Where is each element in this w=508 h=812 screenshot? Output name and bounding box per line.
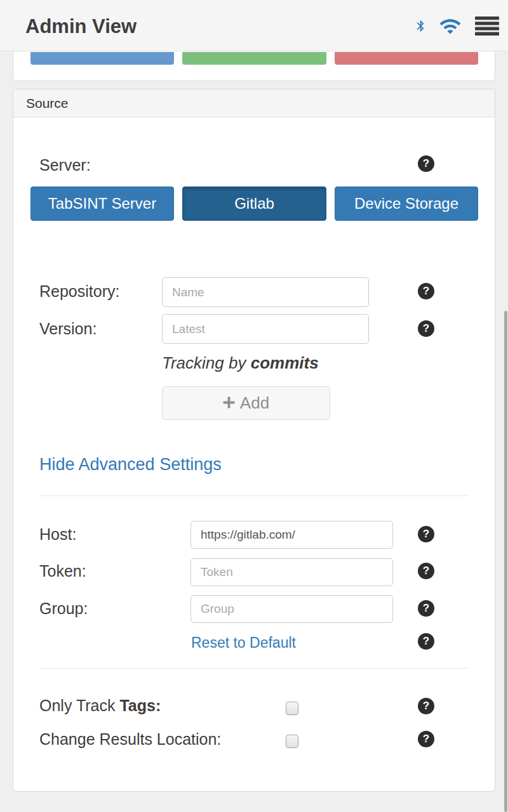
server-option-device-storage[interactable]: Device Storage — [335, 187, 478, 221]
server-label: Server: — [39, 156, 91, 174]
cutoff-button-green[interactable] — [182, 52, 326, 65]
change-results-location-help-icon[interactable]: ? — [418, 731, 434, 747]
group-help-icon[interactable]: ? — [418, 600, 434, 617]
server-help-icon[interactable]: ? — [418, 155, 434, 172]
token-label: Token: — [39, 562, 86, 580]
version-input[interactable] — [162, 314, 369, 344]
tracking-note-prefix: Tracking by — [162, 353, 251, 372]
only-track-tags-checkbox[interactable] — [286, 702, 298, 715]
divider — [39, 668, 469, 669]
token-input[interactable] — [190, 558, 393, 586]
source-panel: Source Server: ? TabSINT Server Gitlab D… — [13, 89, 495, 792]
divider — [39, 495, 469, 496]
only-track-tags-help-icon[interactable]: ? — [418, 698, 434, 714]
token-help-icon[interactable]: ? — [418, 563, 434, 579]
server-option-tabsint-server[interactable]: TabSINT Server — [30, 187, 174, 221]
bluetooth-icon[interactable] — [414, 16, 427, 38]
add-button-label: Add — [240, 393, 269, 413]
version-label: Version: — [39, 320, 97, 338]
host-input[interactable] — [190, 521, 393, 549]
change-results-location-label: Change Results Location: — [39, 730, 221, 749]
repository-help-icon[interactable]: ? — [418, 283, 434, 299]
only-track-tags-emphasis: Tags: — [119, 697, 161, 714]
group-input[interactable] — [190, 595, 393, 623]
tracking-note-mode: commits — [251, 353, 319, 372]
server-option-gitlab[interactable]: Gitlab — [182, 187, 326, 221]
reset-help-icon[interactable]: ? — [418, 633, 434, 650]
only-track-tags-prefix: Only Track — [39, 697, 119, 714]
only-track-tags-label: Only Track Tags: — [39, 697, 161, 715]
menu-icon[interactable] — [475, 16, 499, 38]
host-label: Host: — [39, 525, 76, 544]
page-title: Admin View — [25, 15, 137, 38]
hide-advanced-settings-link[interactable]: Hide Advanced Settings — [39, 455, 222, 475]
repository-label: Repository: — [39, 282, 119, 301]
cutoff-button-red[interactable] — [335, 52, 478, 65]
plus-icon — [223, 393, 235, 413]
cutoff-button-blue[interactable] — [30, 52, 174, 65]
source-panel-title: Source — [13, 89, 495, 117]
wifi-icon[interactable] — [439, 18, 462, 37]
source-panel-body: Server: ? TabSINT Server Gitlab Device S… — [13, 117, 495, 791]
reset-to-default-link[interactable]: Reset to Default — [191, 634, 296, 652]
vertical-scrollbar[interactable] — [504, 311, 507, 812]
group-label: Group: — [39, 599, 88, 618]
repository-input[interactable] — [162, 277, 369, 307]
version-help-icon[interactable]: ? — [418, 320, 434, 337]
app-header: Admin View — [0, 0, 508, 51]
host-help-icon[interactable]: ? — [418, 526, 434, 542]
tracking-note: Tracking by commits — [162, 353, 319, 373]
add-button[interactable]: Add — [162, 386, 330, 420]
change-results-location-checkbox[interactable] — [286, 735, 298, 748]
